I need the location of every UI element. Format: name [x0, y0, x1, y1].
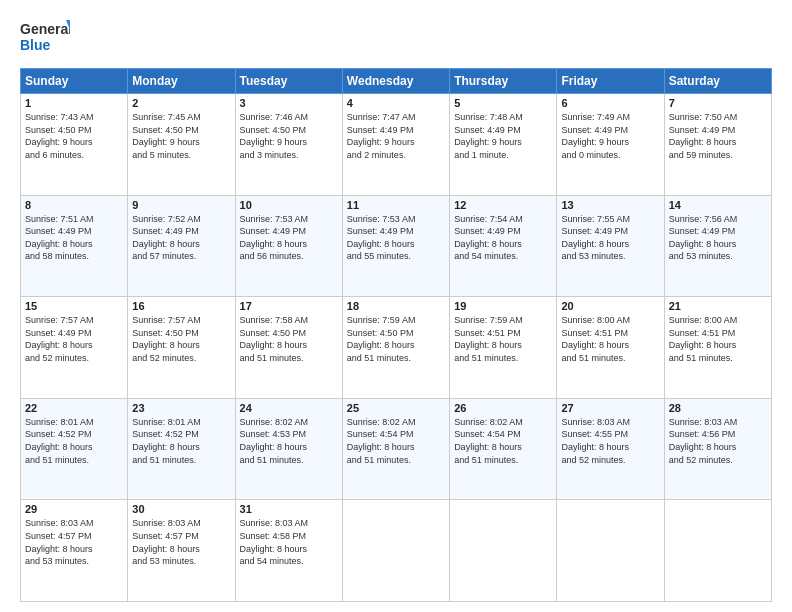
calendar-cell: 18Sunrise: 7:59 AMSunset: 4:50 PMDayligh…	[342, 297, 449, 399]
calendar-cell: 8Sunrise: 7:51 AMSunset: 4:49 PMDaylight…	[21, 195, 128, 297]
calendar-cell: 13Sunrise: 7:55 AMSunset: 4:49 PMDayligh…	[557, 195, 664, 297]
cell-text: Sunrise: 8:00 AMSunset: 4:51 PMDaylight:…	[669, 314, 767, 364]
cell-text: Sunrise: 7:59 AMSunset: 4:50 PMDaylight:…	[347, 314, 445, 364]
cell-text: Sunrise: 7:57 AMSunset: 4:50 PMDaylight:…	[132, 314, 230, 364]
cell-text: Sunrise: 7:52 AMSunset: 4:49 PMDaylight:…	[132, 213, 230, 263]
cell-text: Sunrise: 7:46 AMSunset: 4:50 PMDaylight:…	[240, 111, 338, 161]
day-number: 9	[132, 199, 230, 211]
calendar-cell	[557, 500, 664, 602]
day-number: 25	[347, 402, 445, 414]
cell-text: Sunrise: 8:02 AMSunset: 4:53 PMDaylight:…	[240, 416, 338, 466]
calendar-header-row: SundayMondayTuesdayWednesdayThursdayFrid…	[21, 69, 772, 94]
week-row-1: 1Sunrise: 7:43 AMSunset: 4:50 PMDaylight…	[21, 94, 772, 196]
column-header-thursday: Thursday	[450, 69, 557, 94]
calendar-cell: 5Sunrise: 7:48 AMSunset: 4:49 PMDaylight…	[450, 94, 557, 196]
calendar-cell: 12Sunrise: 7:54 AMSunset: 4:49 PMDayligh…	[450, 195, 557, 297]
column-header-wednesday: Wednesday	[342, 69, 449, 94]
calendar-cell: 6Sunrise: 7:49 AMSunset: 4:49 PMDaylight…	[557, 94, 664, 196]
column-header-saturday: Saturday	[664, 69, 771, 94]
calendar-cell: 22Sunrise: 8:01 AMSunset: 4:52 PMDayligh…	[21, 398, 128, 500]
day-number: 20	[561, 300, 659, 312]
week-row-5: 29Sunrise: 8:03 AMSunset: 4:57 PMDayligh…	[21, 500, 772, 602]
calendar-cell: 29Sunrise: 8:03 AMSunset: 4:57 PMDayligh…	[21, 500, 128, 602]
day-number: 13	[561, 199, 659, 211]
calendar-cell: 20Sunrise: 8:00 AMSunset: 4:51 PMDayligh…	[557, 297, 664, 399]
cell-text: Sunrise: 8:02 AMSunset: 4:54 PMDaylight:…	[454, 416, 552, 466]
calendar-cell: 1Sunrise: 7:43 AMSunset: 4:50 PMDaylight…	[21, 94, 128, 196]
calendar-cell: 3Sunrise: 7:46 AMSunset: 4:50 PMDaylight…	[235, 94, 342, 196]
calendar-cell: 10Sunrise: 7:53 AMSunset: 4:49 PMDayligh…	[235, 195, 342, 297]
day-number: 28	[669, 402, 767, 414]
svg-text:General: General	[20, 21, 70, 37]
top-section: General Blue	[20, 16, 772, 58]
calendar-cell: 7Sunrise: 7:50 AMSunset: 4:49 PMDaylight…	[664, 94, 771, 196]
day-number: 22	[25, 402, 123, 414]
day-number: 14	[669, 199, 767, 211]
day-number: 23	[132, 402, 230, 414]
cell-text: Sunrise: 7:47 AMSunset: 4:49 PMDaylight:…	[347, 111, 445, 161]
day-number: 17	[240, 300, 338, 312]
column-header-friday: Friday	[557, 69, 664, 94]
column-header-tuesday: Tuesday	[235, 69, 342, 94]
day-number: 2	[132, 97, 230, 109]
day-number: 3	[240, 97, 338, 109]
calendar-cell: 15Sunrise: 7:57 AMSunset: 4:49 PMDayligh…	[21, 297, 128, 399]
cell-text: Sunrise: 8:03 AMSunset: 4:58 PMDaylight:…	[240, 517, 338, 567]
cell-text: Sunrise: 8:00 AMSunset: 4:51 PMDaylight:…	[561, 314, 659, 364]
calendar-cell: 31Sunrise: 8:03 AMSunset: 4:58 PMDayligh…	[235, 500, 342, 602]
day-number: 11	[347, 199, 445, 211]
day-number: 12	[454, 199, 552, 211]
cell-text: Sunrise: 7:55 AMSunset: 4:49 PMDaylight:…	[561, 213, 659, 263]
day-number: 10	[240, 199, 338, 211]
calendar-cell: 21Sunrise: 8:00 AMSunset: 4:51 PMDayligh…	[664, 297, 771, 399]
day-number: 26	[454, 402, 552, 414]
cell-text: Sunrise: 7:45 AMSunset: 4:50 PMDaylight:…	[132, 111, 230, 161]
week-row-2: 8Sunrise: 7:51 AMSunset: 4:49 PMDaylight…	[21, 195, 772, 297]
day-number: 29	[25, 503, 123, 515]
cell-text: Sunrise: 8:03 AMSunset: 4:55 PMDaylight:…	[561, 416, 659, 466]
cell-text: Sunrise: 7:43 AMSunset: 4:50 PMDaylight:…	[25, 111, 123, 161]
cell-text: Sunrise: 7:50 AMSunset: 4:49 PMDaylight:…	[669, 111, 767, 161]
cell-text: Sunrise: 7:57 AMSunset: 4:49 PMDaylight:…	[25, 314, 123, 364]
day-number: 15	[25, 300, 123, 312]
calendar-cell: 30Sunrise: 8:03 AMSunset: 4:57 PMDayligh…	[128, 500, 235, 602]
cell-text: Sunrise: 8:01 AMSunset: 4:52 PMDaylight:…	[132, 416, 230, 466]
svg-text:Blue: Blue	[20, 37, 51, 53]
calendar-cell: 2Sunrise: 7:45 AMSunset: 4:50 PMDaylight…	[128, 94, 235, 196]
cell-text: Sunrise: 8:01 AMSunset: 4:52 PMDaylight:…	[25, 416, 123, 466]
calendar-cell	[664, 500, 771, 602]
calendar-cell	[450, 500, 557, 602]
cell-text: Sunrise: 7:51 AMSunset: 4:49 PMDaylight:…	[25, 213, 123, 263]
day-number: 21	[669, 300, 767, 312]
day-number: 7	[669, 97, 767, 109]
day-number: 1	[25, 97, 123, 109]
calendar-table: SundayMondayTuesdayWednesdayThursdayFrid…	[20, 68, 772, 602]
week-row-3: 15Sunrise: 7:57 AMSunset: 4:49 PMDayligh…	[21, 297, 772, 399]
cell-text: Sunrise: 7:56 AMSunset: 4:49 PMDaylight:…	[669, 213, 767, 263]
column-header-monday: Monday	[128, 69, 235, 94]
calendar-cell: 19Sunrise: 7:59 AMSunset: 4:51 PMDayligh…	[450, 297, 557, 399]
calendar-cell: 14Sunrise: 7:56 AMSunset: 4:49 PMDayligh…	[664, 195, 771, 297]
calendar-cell: 26Sunrise: 8:02 AMSunset: 4:54 PMDayligh…	[450, 398, 557, 500]
day-number: 27	[561, 402, 659, 414]
cell-text: Sunrise: 7:48 AMSunset: 4:49 PMDaylight:…	[454, 111, 552, 161]
cell-text: Sunrise: 7:49 AMSunset: 4:49 PMDaylight:…	[561, 111, 659, 161]
calendar-cell: 25Sunrise: 8:02 AMSunset: 4:54 PMDayligh…	[342, 398, 449, 500]
column-header-sunday: Sunday	[21, 69, 128, 94]
day-number: 18	[347, 300, 445, 312]
day-number: 8	[25, 199, 123, 211]
day-number: 4	[347, 97, 445, 109]
week-row-4: 22Sunrise: 8:01 AMSunset: 4:52 PMDayligh…	[21, 398, 772, 500]
day-number: 5	[454, 97, 552, 109]
calendar-cell: 23Sunrise: 8:01 AMSunset: 4:52 PMDayligh…	[128, 398, 235, 500]
cell-text: Sunrise: 7:53 AMSunset: 4:49 PMDaylight:…	[347, 213, 445, 263]
calendar-cell: 16Sunrise: 7:57 AMSunset: 4:50 PMDayligh…	[128, 297, 235, 399]
cell-text: Sunrise: 8:03 AMSunset: 4:57 PMDaylight:…	[25, 517, 123, 567]
day-number: 31	[240, 503, 338, 515]
cell-text: Sunrise: 7:54 AMSunset: 4:49 PMDaylight:…	[454, 213, 552, 263]
cell-text: Sunrise: 8:03 AMSunset: 4:57 PMDaylight:…	[132, 517, 230, 567]
cell-text: Sunrise: 7:53 AMSunset: 4:49 PMDaylight:…	[240, 213, 338, 263]
day-number: 24	[240, 402, 338, 414]
day-number: 16	[132, 300, 230, 312]
cell-text: Sunrise: 8:03 AMSunset: 4:56 PMDaylight:…	[669, 416, 767, 466]
